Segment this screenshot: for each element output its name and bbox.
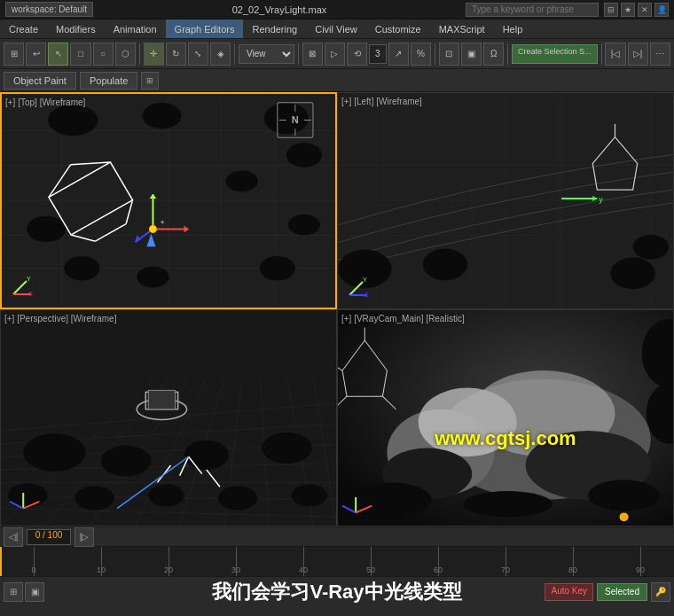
toolbar-move[interactable]: ✛: [144, 43, 164, 66]
user-icon[interactable]: 👤: [654, 3, 669, 17]
title-bar: workspace: Default 02_02_VrayLight.max ⊟…: [0, 0, 674, 19]
svg-point-114: [351, 482, 432, 517]
chinese-subtitle: 我们会学习V-Ray中光线类型: [212, 579, 461, 605]
marker-20: 20: [168, 547, 169, 576]
toolbar-btn-10[interactable]: ↗: [388, 43, 409, 66]
view-dropdown[interactable]: View: [239, 44, 294, 64]
svg-point-115: [588, 480, 660, 511]
timeline-cursor[interactable]: [0, 547, 2, 576]
viewport-vray[interactable]: www.cgtsj.com [+] [VRayCam_Main] [Realis…: [337, 309, 674, 526]
svg-text:X: X: [28, 291, 33, 297]
svg-point-116: [463, 491, 553, 517]
toolbar-btn-15[interactable]: |◁: [605, 43, 625, 66]
menu-civil-view[interactable]: Civil View: [306, 19, 365, 38]
marker-50: 50: [371, 547, 372, 576]
svg-point-87: [101, 446, 151, 477]
toolbar-btn-4[interactable]: ○: [93, 43, 114, 66]
menu-customize[interactable]: Customize: [366, 19, 430, 38]
time-position[interactable]: 0 / 100: [27, 529, 71, 545]
toolbar-btn-8[interactable]: ▷: [325, 43, 345, 66]
viewport-left[interactable]: y [+] [Left] [Wireframe] Y Z: [337, 92, 674, 309]
tab-icon-extra[interactable]: ⊞: [141, 72, 159, 90]
svg-point-19: [137, 267, 168, 288]
svg-point-92: [148, 484, 184, 506]
menu-create[interactable]: Create: [0, 19, 47, 38]
toolbar-btn-14[interactable]: Ω: [483, 43, 504, 66]
toolbar-btn-3[interactable]: □: [70, 43, 90, 66]
sep2: [234, 43, 235, 65]
svg-line-22: [71, 147, 111, 180]
menu-rendering[interactable]: Rendering: [243, 19, 306, 38]
toolbar-btn-13[interactable]: ▣: [461, 43, 482, 66]
toolbar-btn-6[interactable]: ◈: [210, 43, 231, 66]
selection-set-input[interactable]: Create Selection S...: [512, 44, 598, 64]
bottom-nav-1[interactable]: ⊞: [4, 582, 23, 602]
svg-text:Z: Z: [364, 292, 369, 298]
toolbar-btn-9[interactable]: ⟲: [347, 43, 367, 66]
file-name: 02_02_VrayLight.max: [98, 4, 460, 15]
status-right: Auto Key Selected 🔑: [545, 582, 670, 602]
svg-point-89: [262, 433, 311, 464]
bottom-nav-2[interactable]: ▣: [25, 582, 44, 602]
marker-10: 10: [101, 547, 102, 576]
marker-30: 30: [236, 547, 237, 576]
viewport-area: + N [+] [Top] [Wireframe] Y X: [0, 92, 674, 526]
menu-modifiers[interactable]: Modifiers: [47, 19, 105, 38]
set-key-btn[interactable]: 🔑: [651, 582, 670, 602]
toolbar-btn-7[interactable]: ⊠: [302, 43, 323, 66]
menu-animation[interactable]: Animation: [105, 19, 166, 38]
auto-key-button[interactable]: Auto Key: [545, 583, 593, 601]
workspace-label[interactable]: workspace: Default: [5, 2, 93, 17]
close-icon[interactable]: ✕: [638, 3, 652, 17]
marker-40: 40: [303, 547, 304, 576]
marker-70: 70: [506, 547, 506, 576]
svg-line-21: [40, 165, 80, 198]
minimize-icon[interactable]: ⊟: [604, 3, 618, 17]
menu-maxscript[interactable]: MAXScript: [430, 19, 494, 38]
svg-text:Y: Y: [363, 277, 367, 283]
svg-point-91: [75, 486, 114, 510]
selected-button[interactable]: Selected: [597, 583, 647, 601]
svg-line-24: [117, 200, 141, 224]
sep5: [507, 43, 508, 65]
svg-point-13: [286, 143, 322, 168]
toolbar-btn-11[interactable]: %: [411, 43, 431, 66]
svg-point-59: [633, 235, 669, 260]
toolbar-btn-12[interactable]: ⊡: [439, 43, 459, 66]
main-toolbar: ⊞ ↩ ↖ □ ○ ⬡ ✛ ↻ ⤡ ◈ View ⊠ ▷ ⟲ 3 ↗ % ⊡ ▣…: [0, 39, 674, 69]
tab-populate[interactable]: Populate: [80, 72, 137, 90]
toolbar-btn-5[interactable]: ⬡: [115, 43, 136, 66]
viewport-top[interactable]: + N [+] [Top] [Wireframe] Y X: [0, 92, 337, 309]
bottom-bar: ⊞ ▣ 我们会学习V-Ray中光线类型 Auto Key Selected 🔑: [0, 576, 674, 606]
toolbar-rotate[interactable]: ↻: [166, 43, 186, 66]
toolbar-btn-16[interactable]: ▷|: [628, 43, 648, 66]
svg-point-57: [423, 249, 467, 281]
svg-point-11: [142, 103, 181, 129]
timeline-track[interactable]: 0 10 20 30 40 50 60 70 80 90: [0, 547, 674, 576]
toolbar-select[interactable]: ↖: [48, 43, 68, 66]
svg-line-65: [349, 282, 363, 295]
tab-object-paint[interactable]: Object Paint: [4, 72, 76, 90]
svg-point-88: [184, 441, 229, 470]
svg-point-14: [226, 171, 258, 192]
toolbar-btn-2[interactable]: ↩: [26, 43, 46, 66]
star-icon[interactable]: ★: [621, 3, 635, 17]
toolbar-scale[interactable]: ⤡: [188, 43, 208, 66]
menu-help[interactable]: Help: [494, 19, 532, 38]
timeline-area: 0 10 20 30 40 50 60 70 80 90: [0, 546, 674, 576]
toolbar-btn-1[interactable]: ⊞: [4, 43, 24, 66]
toolbar-btn-17[interactable]: ⋯: [650, 43, 670, 66]
secondary-toolbar: Object Paint Populate ⊞: [0, 69, 674, 92]
axis-top: Y X: [9, 272, 35, 300]
menu-graph-editors[interactable]: Graph Editors: [166, 19, 244, 38]
search-input[interactable]: [466, 3, 599, 17]
nav-next[interactable]: |▷: [74, 527, 94, 547]
svg-point-10: [48, 105, 98, 136]
watermark: www.cgtsj.com: [435, 427, 576, 450]
svg-point-18: [260, 256, 295, 281]
marker-60: 60: [438, 547, 439, 576]
nav-prev[interactable]: ◁|: [4, 527, 23, 547]
title-icons: ⊟ ★ ✕ 👤: [604, 3, 669, 17]
sep1: [139, 43, 140, 65]
viewport-perspective[interactable]: [+] [Perspective] [Wireframe]: [0, 309, 337, 526]
